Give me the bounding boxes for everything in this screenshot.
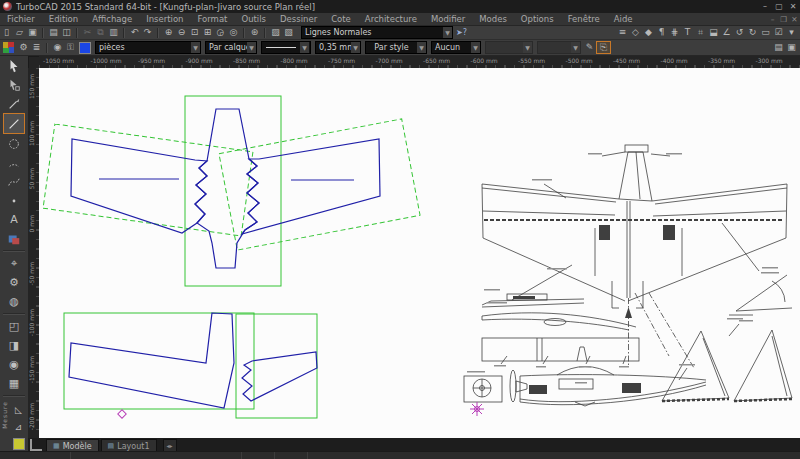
open-folder-icon[interactable]: ▱ (13, 27, 26, 38)
doc-minimize-button[interactable]: – (767, 15, 778, 24)
line-tool[interactable] (3, 113, 25, 134)
chevron-down-icon[interactable]: ▼ (417, 42, 426, 53)
drawing-canvas[interactable] (39, 68, 800, 438)
snap-grid-icon[interactable]: ⋕ (668, 27, 681, 38)
settings-tool[interactable]: ⚙ (4, 273, 24, 292)
pen-width-dropdown[interactable]: 0,35 mm ▼ (315, 41, 361, 54)
ortho-mode-icon[interactable]: ⬓ (707, 27, 720, 38)
chevron-down-icon[interactable]: ▼ (300, 42, 309, 53)
wing-outlines[interactable] (69, 109, 380, 408)
chevron-down-icon[interactable]: ▼ (247, 42, 256, 53)
menu-outils[interactable]: Outils (234, 14, 273, 24)
brush-dropdown[interactable]: Aucun ▼ (431, 41, 481, 54)
sketch-icon[interactable]: ▧ (282, 27, 295, 38)
fuselage-outline[interactable] (195, 109, 259, 268)
camera-tool[interactable]: ◉ (4, 355, 24, 374)
menu-insertion[interactable]: Insertion (139, 14, 190, 24)
palette-toggle-icon[interactable]: ▤ (772, 42, 785, 53)
image-tool[interactable] (4, 229, 24, 248)
menu-aide[interactable]: Aide (607, 14, 640, 24)
menu-architecture[interactable]: Architecture (358, 14, 424, 24)
new-file-icon[interactable]: ▯ (0, 27, 13, 38)
doc-restore-button[interactable]: ❐ (778, 15, 789, 24)
rotate-ccw-icon[interactable]: ↺ (733, 27, 746, 38)
color-palette-icon[interactable] (3, 42, 14, 53)
menu-modes[interactable]: Modes (472, 14, 514, 24)
rect-mode-icon[interactable]: ▭ (759, 27, 772, 38)
chevron-down-icon[interactable]: ▼ (443, 27, 452, 38)
selection-rect-fuselage[interactable] (185, 96, 281, 286)
snap-intersection-icon[interactable]: ◆ (642, 27, 655, 38)
undo-icon[interactable]: ↶ (128, 27, 141, 38)
menu-format[interactable]: Format (190, 14, 234, 24)
menu-edition[interactable]: Edition (42, 14, 85, 24)
copy-icon[interactable]: ⧉ (94, 27, 107, 38)
pencil-icon[interactable]: ✎ (583, 42, 596, 53)
side-view-right-outline[interactable] (242, 352, 317, 401)
origin-marker[interactable] (470, 402, 484, 416)
brush-tool[interactable]: ◍ (4, 292, 24, 311)
print-preview-icon[interactable]: ◫ (60, 27, 73, 38)
validate-icon[interactable]: ☑ (772, 27, 785, 38)
selection-rect-right-wing[interactable] (219, 119, 420, 250)
snap-tool[interactable]: ⌖ (4, 254, 24, 273)
left-wing-outline[interactable] (71, 139, 207, 233)
show-marks-icon[interactable]: ¶ (655, 27, 668, 38)
chevron-down-icon[interactable]: ▼ (351, 42, 360, 53)
filter-icon[interactable]: ▾ (785, 27, 798, 38)
pen-color-dropdown[interactable]: Par calque ▼ (205, 41, 257, 54)
capture-tool[interactable] (9, 435, 29, 452)
zoom-window-icon[interactable]: ⊡ (188, 27, 201, 38)
circle-tool[interactable] (4, 134, 24, 153)
zoom-extents-icon[interactable]: ⊞ (201, 27, 214, 38)
menu-affichage[interactable]: Affichage (85, 14, 139, 24)
cut-icon[interactable]: ✂ (81, 27, 94, 38)
menu-fenetre[interactable]: Fenêtre (561, 14, 607, 24)
chevron-down-icon[interactable]: ▼ (191, 42, 200, 53)
mode-ortho-icon[interactable]: ≡ (616, 27, 629, 38)
lock-icon[interactable]: ⚿ (64, 42, 77, 53)
line-style-dropdown[interactable]: Lignes Normales ▼ (301, 26, 453, 39)
pen-color-swatch[interactable] (79, 42, 91, 54)
curve-tool[interactable] (4, 172, 24, 191)
side-view-left-outline[interactable] (69, 313, 234, 408)
menu-cote[interactable]: Cote (324, 14, 358, 24)
pen-style-dropdown[interactable]: Par style ▼ (365, 41, 427, 54)
paste-icon[interactable]: ▥ (107, 27, 120, 38)
maximize-button[interactable]: ▢ (772, 2, 786, 11)
grid-tool[interactable]: ▦ (4, 374, 24, 393)
format-painter-icon[interactable]: ⎘ (596, 41, 611, 54)
chevron-down-icon[interactable]: ▼ (471, 42, 480, 53)
drafting-triangle-tool[interactable]: ◺ (9, 401, 29, 418)
layer-dropdown[interactable]: pièces ▼ (95, 41, 201, 54)
redo-icon[interactable]: ↷ (141, 27, 154, 38)
zoom-in-icon[interactable]: ⊕ (162, 27, 175, 38)
selection-info-icon[interactable]: ▣ (785, 42, 798, 53)
zoom-out-icon[interactable]: ⊖ (175, 27, 188, 38)
right-wing-outline[interactable] (242, 139, 380, 234)
menu-modifier[interactable]: Modifier (424, 14, 472, 24)
angle-mode-icon[interactable]: ∠ (720, 27, 733, 38)
selection-rect-side-right[interactable] (236, 314, 317, 418)
close-button[interactable]: ✕ (786, 2, 800, 11)
menu-dessiner[interactable]: Dessiner (273, 14, 324, 24)
visibility-eye-icon[interactable]: ◉ (51, 42, 64, 53)
save-icon[interactable]: ▣ (26, 27, 39, 38)
selection-rect-left-wing[interactable] (43, 124, 253, 236)
gear-icon[interactable]: ⚙ (17, 42, 30, 53)
select-tool[interactable] (4, 56, 24, 75)
text-mode-icon[interactable]: T (681, 27, 694, 38)
minimize-button[interactable]: – (758, 2, 772, 11)
aerial-view-icon[interactable]: ◎ (227, 27, 240, 38)
hatch-mode-icon[interactable]: ⌗ (694, 27, 707, 38)
previous-view-icon[interactable]: ◶ (214, 27, 227, 38)
menu-fichier[interactable]: Fichier (0, 14, 42, 24)
pen-tool[interactable] (4, 94, 24, 113)
box-3d-tool[interactable]: ◰ (4, 317, 24, 336)
rotate-cw-icon[interactable]: ↻ (746, 27, 759, 38)
reference-point-marker[interactable] (118, 410, 126, 418)
line-pattern-dropdown[interactable]: ▼ (261, 41, 311, 54)
help-cursor-icon[interactable]: ➤? (455, 27, 468, 38)
point-tool[interactable] (4, 191, 24, 210)
text-tool[interactable]: A (4, 210, 24, 229)
